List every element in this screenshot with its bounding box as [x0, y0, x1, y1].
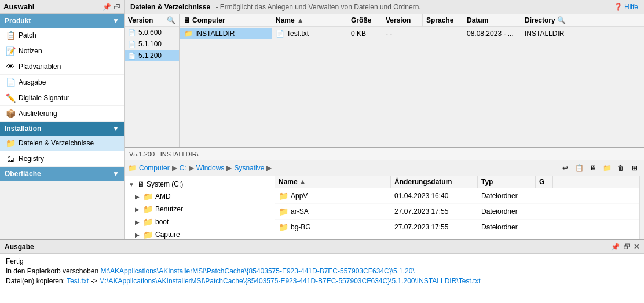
- file-col-name: Name ▲: [272, 14, 347, 26]
- section-installation-label: Installation: [5, 125, 41, 133]
- computer-btn[interactable]: 🖥: [587, 162, 599, 174]
- sidebar-header-icons: 📌 🗗: [103, 3, 120, 11]
- browser-cell-type-2: Dateiordner: [478, 222, 536, 232]
- sidebar: Auswahl 📌 🗗 Produkt ▼ 📋 Patch 📝 Notizen …: [0, 0, 125, 239]
- content-subtitle: - Ermöglicht das Anlegen und Verwalten v…: [215, 3, 420, 11]
- browser-folder-icon-2: 📁: [279, 222, 288, 232]
- pin-icon: 📌: [103, 3, 111, 11]
- output-prefix-2: Datei(en) kopieren:: [6, 277, 67, 285]
- new-folder-btn[interactable]: 📁: [601, 162, 613, 174]
- folder-icon-benutzer: 📁: [143, 205, 153, 214]
- browser-cell-date-1: 27.07.2023 17:55: [391, 206, 478, 217]
- breadcrumb-item-2[interactable]: Windows: [196, 164, 225, 172]
- tree-label-amd: AMD: [155, 192, 171, 200]
- version-file-icon-1: 📄: [128, 41, 136, 48]
- registry-label: Registry: [19, 155, 44, 163]
- tree-label-capture: Capture: [155, 231, 180, 239]
- version-label-2: 5.1.200: [138, 52, 162, 60]
- output-area: Ausgabe 📌 🗗 ✕ Fertig In den Papierkorb v…: [0, 239, 644, 303]
- system-drive-icon: 🖥: [137, 180, 144, 188]
- pfadvariablen-label: Pfadvariablen: [19, 63, 61, 71]
- copy-btn[interactable]: 📋: [573, 162, 585, 174]
- dateien-label: Dateien & Verzeichnisse: [19, 139, 94, 147]
- section-oberflaeche-header[interactable]: Oberfläche ▼: [0, 167, 124, 181]
- section-produkt-items: 📋 Patch 📝 Notizen 👁 Pfadvariablen 📄 Ausg…: [0, 28, 124, 122]
- sidebar-item-registry[interactable]: 🗂 Registry: [0, 151, 124, 167]
- undo-btn[interactable]: ↩: [559, 162, 571, 174]
- breadcrumb-item-0[interactable]: Computer: [139, 164, 170, 172]
- browser-col-g: G: [536, 176, 553, 188]
- help-button[interactable]: ❓ Hilfe: [614, 3, 638, 11]
- folder-tree: ▼ 🖥 System (C:) ▶ 📁 AMD ▶ 📁 Benutzer: [125, 176, 275, 239]
- output-link-1[interactable]: M:\AKApplications\AKInstallerMSI\PatchCa…: [100, 267, 414, 275]
- tree-item-capture[interactable]: ▶ 📁 Capture: [125, 228, 275, 239]
- version-file-icon-2: 📄: [128, 52, 136, 60]
- version-item-0[interactable]: 📄 5.0.600: [125, 27, 179, 38]
- search-icon[interactable]: 🔍: [167, 16, 175, 24]
- file-rows: 📄 Test.txt 0 KB - - 08.08.2023 - ... INS…: [272, 27, 644, 147]
- file-browser: Name ▲ Änderungsdatum Typ G 📁 AppV: [275, 176, 639, 239]
- output-close-icon[interactable]: ✕: [634, 243, 639, 251]
- folder-icon-installdir: 📁: [184, 30, 193, 38]
- tree-item-systemc[interactable]: ▼ 🖥 System (C:): [125, 178, 275, 190]
- file-cell-size: 0 KB: [347, 28, 382, 39]
- browser-folder-icon-1: 📁: [279, 207, 288, 216]
- dir-tree-root-label: Computer: [192, 16, 225, 24]
- output-link2-2[interactable]: M:\AKApplications\AKInstallerMSI\PatchCa…: [99, 277, 481, 285]
- content-area: Dateien & Verzeichnisse - Ermöglicht das…: [125, 0, 644, 239]
- patch-label: Patch: [19, 31, 36, 39]
- browser-row-2[interactable]: 📁 bg-BG 27.07.2023 17:55 Dateiordner: [275, 220, 639, 235]
- digitale-signatur-icon: ✏️: [6, 93, 15, 103]
- breadcrumb-sep-0: ▶: [172, 164, 177, 172]
- output-line-0: Fertig: [6, 257, 638, 265]
- sidebar-item-dateien[interactable]: 📁 Dateien & Verzeichnisse: [0, 136, 124, 151]
- dir-tree-top-header: 🖥 Computer: [180, 14, 272, 27]
- file-cell-directory: INSTALLDIR: [521, 28, 579, 39]
- browser-row-1[interactable]: 📁 ar-SA 27.07.2023 17:55 Dateiordner: [275, 204, 639, 220]
- dir-item-installdir[interactable]: 📁 INSTALLDIR: [180, 28, 272, 39]
- bottom-panel: 📁 Computer ▶ C: ▶ Windows ▶ Sysnative ▶ …: [125, 160, 644, 239]
- sort-up-icon: ▲: [297, 16, 304, 24]
- file-col-directory: Directory 🔍: [521, 14, 579, 26]
- section-produkt-label: Produkt: [5, 17, 31, 25]
- auslieferung-label: Auslieferung: [19, 109, 57, 118]
- browser-cell-date-2: 27.07.2023 17:55: [391, 222, 478, 232]
- tree-item-amd[interactable]: ▶ 📁 AMD: [125, 190, 275, 203]
- sidebar-item-ausgabe[interactable]: 📄 Ausgabe: [0, 75, 124, 90]
- folder-icon-amd: 📁: [143, 192, 153, 201]
- file-cell-name: 📄 Test.txt: [272, 28, 347, 39]
- browser-folder-icon-0: 📁: [279, 191, 288, 200]
- version-header-label: Version: [128, 16, 153, 24]
- tree-item-boot[interactable]: ▶ 📁 boot: [125, 216, 275, 228]
- section-produkt-header[interactable]: Produkt ▼: [0, 14, 124, 28]
- breadcrumb-item-3[interactable]: Sysnative: [234, 164, 264, 172]
- tree-item-benutzer[interactable]: ▶ 📁 Benutzer: [125, 203, 275, 216]
- file-col-date: Datum: [463, 14, 521, 26]
- scrollbar-right[interactable]: [639, 176, 644, 239]
- breadcrumb-item-1[interactable]: C:: [180, 164, 186, 172]
- sidebar-item-pfadvariablen[interactable]: 👁 Pfadvariablen: [0, 59, 124, 75]
- output-line-1: In den Papierkorb verschoben M:\AKApplic…: [6, 267, 638, 275]
- file-icon: 📄: [276, 30, 284, 38]
- delete-btn[interactable]: 🗑: [615, 162, 627, 174]
- browser-row-0[interactable]: 📁 AppV 01.04.2023 16:40 Dateiordner: [275, 188, 639, 204]
- sidebar-item-auslieferung[interactable]: 📦 Auslieferung: [0, 106, 124, 122]
- sidebar-item-patch[interactable]: 📋 Patch: [0, 28, 124, 43]
- sidebar-item-digitale-signatur[interactable]: ✏️ Digitale Signatur: [0, 90, 124, 106]
- version-item-2[interactable]: 📄 5.1.200: [125, 50, 179, 61]
- file-list-header: Name ▲ Größe Version Sprache Datum Direc…: [272, 14, 644, 27]
- folder-icon-capture: 📁: [143, 230, 153, 239]
- sidebar-item-notizen[interactable]: 📝 Notizen: [0, 43, 124, 59]
- version-item-1[interactable]: 📄 5.1.100: [125, 38, 179, 50]
- sort-up-icon2: ▲: [299, 178, 306, 186]
- dir-tree-top: 🖥 Computer 📁 INSTALLDIR: [180, 14, 272, 147]
- bottom-split: ▼ 🖥 System (C:) ▶ 📁 AMD ▶ 📁 Benutzer: [125, 176, 644, 239]
- file-col-version: Version: [382, 14, 423, 26]
- section-installation-header[interactable]: Installation ▼: [0, 122, 124, 136]
- view-btn[interactable]: ⊞: [629, 162, 641, 174]
- search-icon-dir[interactable]: 🔍: [557, 16, 566, 24]
- file-row-0[interactable]: 📄 Test.txt 0 KB - - 08.08.2023 - ... INS…: [272, 27, 644, 41]
- output-sep-2: ->: [91, 277, 99, 285]
- registry-icon: 🗂: [6, 154, 15, 163]
- output-link1-2[interactable]: Test.txt: [67, 277, 89, 285]
